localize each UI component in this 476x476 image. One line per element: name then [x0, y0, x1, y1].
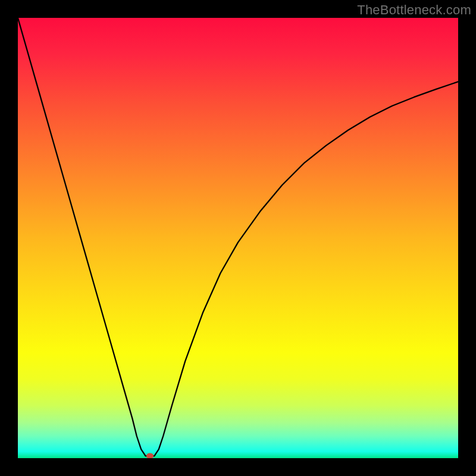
bottleneck-curve	[18, 18, 458, 456]
plot-area	[18, 18, 458, 458]
curve-layer	[18, 18, 458, 458]
chart-frame: TheBottleneck.com	[0, 0, 476, 476]
marker-dot	[146, 453, 154, 458]
watermark-text: TheBottleneck.com	[357, 2, 471, 18]
